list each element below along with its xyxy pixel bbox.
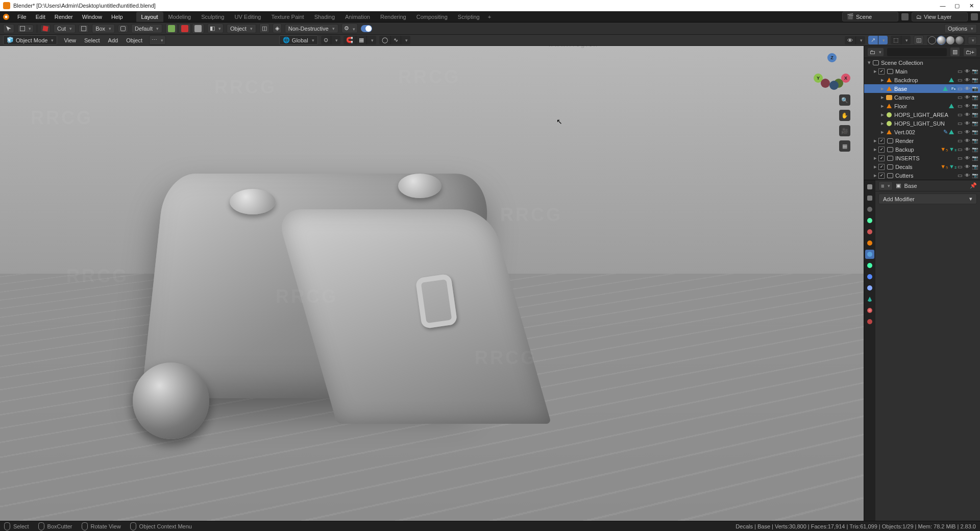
object-menu[interactable]: Object <box>122 36 146 44</box>
cursor-tool-icon[interactable] <box>3 24 14 33</box>
shading-material[interactable] <box>946 36 954 44</box>
restrict-visible-icon[interactable]: 👁 <box>964 68 970 75</box>
outliner[interactable]: ▾Scene Collection▸✓Main▭👁📷▸Backdrop▭👁📷▸B… <box>864 58 980 180</box>
boxcutter-opt-icon-1[interactable]: ◫ <box>259 23 270 33</box>
tab-object[interactable] <box>865 238 874 248</box>
tab-material[interactable] <box>865 306 874 315</box>
restrict-visible-icon[interactable]: 👁 <box>964 77 970 83</box>
restrict-render-icon[interactable]: 📷 <box>972 77 978 83</box>
restrict-render-icon[interactable]: 📷 <box>972 86 978 92</box>
restrict-select-icon[interactable]: ▭ <box>957 112 963 118</box>
viewport-camera-icon[interactable]: 🎥 <box>839 125 850 136</box>
tab-animation[interactable]: Animation <box>340 12 375 22</box>
tab-world[interactable] <box>865 227 874 236</box>
xray-toggle[interactable]: ◫ <box>914 35 924 45</box>
boxcutter-target-dropdown[interactable]: Object <box>227 24 256 33</box>
pin-icon[interactable]: 📌 <box>970 182 977 189</box>
tab-render[interactable] <box>865 182 874 191</box>
window-close-button[interactable]: ✕ <box>968 3 975 9</box>
swatch-3[interactable] <box>192 23 204 34</box>
boxcutter-start-icon[interactable] <box>118 25 128 33</box>
restrict-render-icon[interactable]: 📷 <box>972 120 978 127</box>
window-maximize-button[interactable]: ▢ <box>953 3 961 9</box>
tab-texture[interactable] <box>865 317 874 326</box>
restrict-render-icon[interactable]: 📷 <box>972 138 978 144</box>
viewport-pan-icon[interactable]: ✋ <box>839 110 850 121</box>
tab-layout[interactable]: Layout <box>136 12 163 22</box>
header-extra-dropdown[interactable]: ⋯ <box>149 35 166 45</box>
snap-group[interactable]: 🧲▦ <box>344 36 376 44</box>
tool-fallback-dropdown[interactable] <box>17 25 34 33</box>
transform-orientation[interactable]: 🌐 Global <box>279 35 318 45</box>
restrict-select-icon[interactable]: ▭ <box>957 147 963 153</box>
boxcutter-icon[interactable] <box>40 25 51 33</box>
tree-row-vert-002[interactable]: ▸Vert.002✎▭👁📷 <box>864 128 980 136</box>
restrict-render-icon[interactable]: 📷 <box>972 129 978 135</box>
properties-context-icon[interactable]: ≡ <box>878 181 893 190</box>
restrict-visible-icon[interactable]: 👁 <box>964 147 970 153</box>
outliner-display-mode[interactable]: 🗀 <box>867 47 884 57</box>
boxcutter-mode-dropdown[interactable]: Cut <box>54 24 76 33</box>
tree-row-hops-light-area[interactable]: ▸HOPS_LIGHT_AREA▭👁📷 <box>864 110 980 119</box>
tab-physics[interactable] <box>865 272 874 281</box>
tree-row-backdrop[interactable]: ▸Backdrop▭👁📷 <box>864 76 980 84</box>
tab-shading[interactable]: Shading <box>309 12 340 22</box>
3d-viewport[interactable]: www.rrcg.cn ↖ Z Y X 🔍 ✋ 🎥 ▦ RRCG RRCG <box>0 46 864 521</box>
tree-row-render[interactable]: ▸✓Render▭👁📷 <box>864 136 980 145</box>
tab-uv-editing[interactable]: UV Editing <box>229 12 266 22</box>
tree-row-base[interactable]: ▸BaseF₂▭👁📷 <box>864 84 980 93</box>
scene-new-button[interactable] <box>901 13 909 20</box>
restrict-render-icon[interactable]: 📷 <box>972 103 978 109</box>
tab-constraints[interactable] <box>865 283 874 293</box>
restrict-select-icon[interactable]: ▭ <box>957 164 963 170</box>
viewport-zoom-icon[interactable]: 🔍 <box>839 94 850 106</box>
boxcutter-shape-icon[interactable] <box>79 25 89 33</box>
restrict-visible-icon[interactable]: 👁 <box>964 86 970 92</box>
add-menu[interactable]: Add <box>105 36 122 44</box>
boxcutter-shape-dropdown[interactable]: Box <box>92 24 115 33</box>
tree-row-decals[interactable]: ▸✓Decals▼₅▼₂▭👁📷 <box>864 162 980 171</box>
swatch-2[interactable] <box>179 23 191 34</box>
restrict-visible-icon[interactable]: 👁 <box>964 129 970 135</box>
tab-modeling[interactable]: Modeling <box>163 12 197 22</box>
restrict-render-icon[interactable]: 📷 <box>972 94 978 101</box>
scene-selector[interactable]: 🎬 Scene <box>842 12 898 21</box>
gizmo-toggle[interactable]: ↗ <box>868 36 888 44</box>
shading-rendered[interactable] <box>955 36 964 44</box>
boxcutter-settings-icon[interactable]: ⚙ <box>341 23 358 33</box>
menu-render[interactable]: Render <box>51 13 77 21</box>
restrict-select-icon[interactable]: ▭ <box>957 120 963 127</box>
boxcutter-behavior-dropdown[interactable]: Non-Destructive <box>285 24 338 33</box>
boxcutter-start-dropdown[interactable]: Default <box>131 24 162 33</box>
tree-row-floor[interactable]: ▸Floor▭👁📷 <box>864 102 980 110</box>
nav-gizmo[interactable]: Z Y X <box>814 53 850 90</box>
restrict-render-icon[interactable]: 📷 <box>972 147 978 153</box>
restrict-render-icon[interactable]: 📷 <box>972 164 978 170</box>
pivot-dropdown[interactable]: ⊙ <box>321 36 340 44</box>
restrict-select-icon[interactable]: ▭ <box>957 94 963 101</box>
add-modifier-dropdown[interactable]: Add Modifier ▾ <box>878 194 977 204</box>
restrict-visible-icon[interactable]: 👁 <box>964 173 970 179</box>
restrict-select-icon[interactable]: ▭ <box>957 173 963 179</box>
visibility-dropdown[interactable]: 👁 <box>845 36 865 44</box>
viewport-persp-icon[interactable]: ▦ <box>839 140 850 152</box>
axis-z-icon[interactable]: Z <box>827 53 837 62</box>
view-menu[interactable]: View <box>60 36 80 44</box>
tab-rendering[interactable]: Rendering <box>375 12 411 22</box>
boxcutter-target-icon[interactable]: ◧ <box>207 23 224 33</box>
tab-mesh[interactable] <box>865 295 874 304</box>
shading-solid[interactable] <box>937 36 945 44</box>
outliner-search-input[interactable] <box>887 48 947 56</box>
axis-neg-z-icon[interactable] <box>829 81 839 90</box>
restrict-select-icon[interactable]: ▭ <box>957 129 963 135</box>
workspace-add-button[interactable]: + <box>485 13 494 21</box>
restrict-visible-icon[interactable]: 👁 <box>964 164 970 170</box>
boxcutter-pause-toggle[interactable] <box>361 25 372 32</box>
restrict-visible-icon[interactable]: 👁 <box>964 120 970 127</box>
menu-edit[interactable]: Edit <box>32 13 50 21</box>
tree-row-inserts[interactable]: ▸✓INSERTS▭👁📷 <box>864 154 980 162</box>
restrict-render-icon[interactable]: 📷 <box>972 68 978 75</box>
menu-help[interactable]: Help <box>107 13 127 21</box>
restrict-render-icon[interactable]: 📷 <box>972 112 978 118</box>
restrict-visible-icon[interactable]: 👁 <box>964 94 970 101</box>
